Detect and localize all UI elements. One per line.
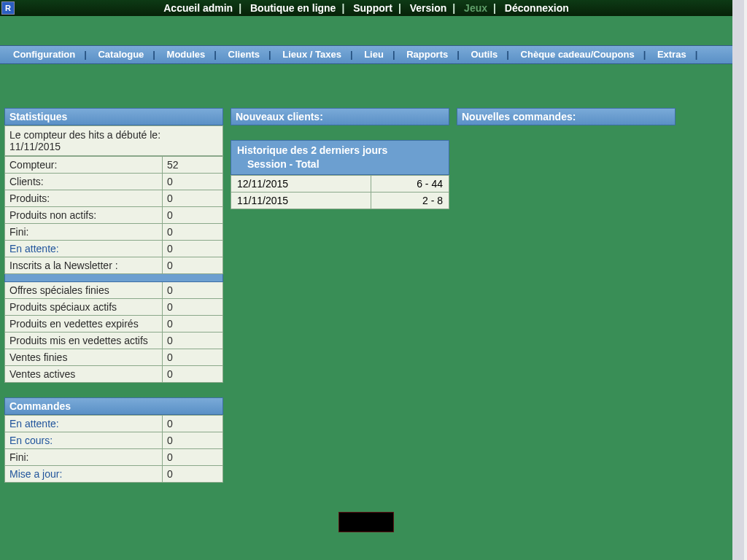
topnav-deconnexion[interactable]: Déconnexion	[505, 2, 569, 14]
table-row: Produits en vedettes expirés0	[5, 316, 223, 332]
header-spacer	[0, 16, 732, 45]
subnav-rapports[interactable]: Rapports	[406, 49, 448, 60]
scroll-down-icon[interactable]: ▼	[732, 548, 744, 560]
stat-value: 0	[163, 366, 223, 383]
subnav-modules[interactable]: Modules	[167, 49, 206, 60]
stat-label: Ventes actives	[5, 366, 163, 383]
table-row: Mise a jour:0	[5, 466, 223, 483]
app-badge: R	[1, 1, 15, 15]
topnav-jeux[interactable]: Jeux	[464, 2, 487, 14]
separator: |	[152, 49, 155, 60]
sub-nav: Configuration| Catalogue| Modules| Clien…	[0, 45, 732, 64]
stat-label: Produits:	[5, 190, 163, 207]
stat-value: 52	[163, 157, 223, 174]
history-date: 12/11/2015	[231, 175, 371, 192]
table-row: Produits:0	[5, 190, 223, 207]
history-value: 6 - 44	[371, 175, 449, 192]
separator: |	[350, 49, 353, 60]
subnav-clients[interactable]: Clients	[228, 49, 260, 60]
stat-value: 0	[163, 241, 223, 257]
separator: |	[452, 2, 455, 14]
stat-label: Inscrits a la Newsletter :	[5, 257, 163, 274]
stat-value: 0	[163, 257, 223, 274]
topnav-boutique-en-ligne[interactable]: Boutique en ligne	[250, 2, 336, 14]
topnav-support[interactable]: Support	[353, 2, 392, 14]
separator: |	[398, 2, 401, 14]
stat-value: 0	[163, 190, 223, 207]
table-row: En cours:0	[5, 432, 223, 449]
table-row: Clients:0	[5, 174, 223, 190]
orders-panel: Commandes En attente:0En cours:0Fini:0Mi…	[4, 397, 223, 483]
stat-value: 0	[163, 207, 223, 224]
table-row: Produits spéciaux actifs0	[5, 299, 223, 316]
separator: |	[643, 49, 646, 60]
history-title-text: Historique des 2 derniers jours	[237, 144, 387, 156]
stat-value: 0	[163, 316, 223, 332]
table-row: Fini:0	[5, 224, 223, 241]
stat-value: 0	[163, 349, 223, 366]
stats-table: Compteur:52Clients:0Produits:0Produits n…	[4, 156, 223, 383]
table-row: Ventes finies0	[5, 349, 223, 366]
table-row: Produits non actifs:0	[5, 207, 223, 224]
stat-value: 0	[163, 174, 223, 190]
topnav-version[interactable]: Version	[410, 2, 447, 14]
stat-label: Compteur:	[5, 157, 163, 174]
stat-label: Clients:	[5, 174, 163, 190]
order-value: 0	[163, 466, 223, 483]
stats-title: Statistiques	[4, 108, 223, 125]
order-value: 0	[163, 449, 223, 466]
separator: |	[695, 49, 698, 60]
scroll-up-icon[interactable]: ▲	[732, 0, 744, 12]
new-orders-panel: Nouvelles commandes:	[457, 108, 676, 125]
stat-label: Ventes finies	[5, 349, 163, 366]
subnav-outils[interactable]: Outils	[471, 49, 498, 60]
history-value: 2 - 8	[371, 192, 449, 209]
table-row: En attente:0	[5, 416, 223, 432]
divider-row	[5, 274, 223, 282]
order-value: 0	[163, 432, 223, 449]
table-row: Compteur:52	[5, 157, 223, 174]
subnav-cheque-cadeau-coupons[interactable]: Chèque cadeau/Coupons	[521, 49, 635, 60]
scroll-track[interactable]	[732, 12, 744, 548]
history-table: 12/11/20156 - 4411/11/20152 - 8	[231, 175, 449, 209]
table-row: Produits mis en vedettes actifs0	[5, 332, 223, 349]
stat-label: Produits en vedettes expirés	[5, 316, 163, 332]
stat-label: Fini:	[5, 224, 163, 241]
stats-intro: Le compteur des hits a débuté le: 11/11/…	[4, 125, 223, 156]
order-label: En attente:	[5, 416, 163, 432]
table-row: 11/11/20152 - 8	[231, 192, 449, 209]
stat-value: 0	[163, 332, 223, 349]
separator: |	[84, 49, 87, 60]
orders-table: En attente:0En cours:0Fini:0Mise a jour:…	[4, 415, 223, 483]
footer-logo[interactable]	[338, 512, 394, 532]
stat-label: Produits non actifs:	[5, 207, 163, 224]
separator: |	[493, 2, 496, 14]
separator: |	[268, 49, 271, 60]
stat-label: Produits spéciaux actifs	[5, 299, 163, 316]
history-date: 11/11/2015	[231, 192, 371, 209]
new-orders-title: Nouvelles commandes:	[457, 108, 676, 125]
subnav-catalogue[interactable]: Catalogue	[98, 49, 144, 60]
stats-panel: Statistiques Le compteur des hits a débu…	[4, 108, 223, 383]
separator: |	[457, 49, 460, 60]
subnav-lieux-taxes[interactable]: Lieux / Taxes	[282, 49, 341, 60]
separator: |	[239, 2, 241, 14]
topnav-accueil-admin[interactable]: Accueil admin	[163, 2, 233, 14]
subnav-extras[interactable]: Extras	[657, 49, 686, 60]
order-label: Fini:	[5, 449, 163, 466]
table-row: Offres spéciales finies0	[5, 282, 223, 299]
stat-label: En attente:	[5, 241, 163, 257]
subnav-configuration[interactable]: Configuration	[13, 49, 75, 60]
stat-label: Offres spéciales finies	[5, 282, 163, 299]
order-label: Mise a jour:	[5, 466, 163, 483]
stats-intro-text: Le compteur des hits a débuté le:	[9, 129, 160, 141]
window-scrollbar[interactable]: ▲ ▼	[732, 0, 744, 560]
order-label: En cours:	[5, 432, 163, 449]
history-title: Historique des 2 derniers jours Session …	[231, 140, 449, 175]
table-row: Ventes actives0	[5, 366, 223, 383]
subnav-lieu[interactable]: Lieu	[364, 49, 384, 60]
history-subtitle: Session - Total	[237, 158, 443, 171]
table-row: Inscrits a la Newsletter :0	[5, 257, 223, 274]
stat-label: Produits mis en vedettes actifs	[5, 332, 163, 349]
top-nav: Accueil admin| Boutique en ligne| Suppor…	[0, 0, 732, 16]
